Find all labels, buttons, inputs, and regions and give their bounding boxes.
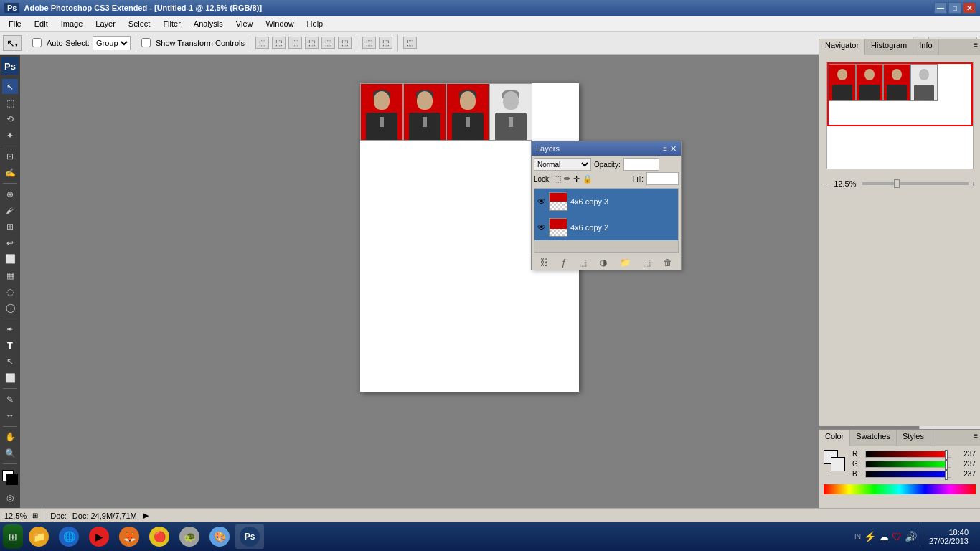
stamp-tool[interactable]: ⊞ xyxy=(2,220,18,235)
minimize-button[interactable]: — xyxy=(934,2,947,14)
menu-window[interactable]: Window xyxy=(260,18,299,29)
delete-layer-btn[interactable]: 🗑 xyxy=(664,258,672,268)
align-center-v-btn[interactable]: ⬚ xyxy=(272,37,286,49)
tab-color[interactable]: Color xyxy=(819,430,850,446)
layer-item-copy2[interactable]: 👁 4x6 copy 2 xyxy=(534,215,678,240)
g-channel-bar[interactable] xyxy=(865,461,951,468)
history-brush-tool[interactable]: ↩ xyxy=(2,235,18,250)
measure-tool[interactable]: ↔ xyxy=(2,408,18,423)
autoselect-dropdown[interactable]: Group Layer xyxy=(93,36,131,50)
taskbar-paint[interactable]: 🎨 xyxy=(205,524,234,549)
close-button[interactable]: ✕ xyxy=(963,2,976,14)
zoom-tool[interactable]: 🔍 xyxy=(2,446,18,461)
start-button[interactable]: ⊞ xyxy=(3,524,23,549)
layers-close-btn[interactable]: ✕ xyxy=(670,144,677,154)
taskbar-ie[interactable]: 🌐 xyxy=(55,524,83,549)
menu-edit[interactable]: Edit xyxy=(29,18,54,29)
transform-checkbox[interactable] xyxy=(141,38,151,47)
color-spectrum-bar[interactable] xyxy=(824,484,976,494)
marquee-tool[interactable]: ⬚ xyxy=(2,95,18,111)
tray-network-icon[interactable]: ☁ xyxy=(879,531,889,542)
menu-file[interactable]: File xyxy=(3,18,27,29)
layer-mask-btn[interactable]: ⬚ xyxy=(579,258,587,268)
menu-image[interactable]: Image xyxy=(55,18,89,29)
quick-select-tool[interactable]: ✦ xyxy=(2,128,18,143)
taskbar-media[interactable]: ▶ xyxy=(85,524,113,549)
layer-item-copy3[interactable]: 👁 4x6 copy 3 xyxy=(534,189,678,215)
align-right-btn[interactable]: ⬚ xyxy=(288,37,302,49)
lock-transparent-icon[interactable]: ⬚ xyxy=(554,174,561,184)
autoselect-checkbox[interactable] xyxy=(32,38,42,47)
notes-tool[interactable]: ✎ xyxy=(2,392,18,407)
menu-filter[interactable]: Filter xyxy=(157,18,186,29)
align-middle-btn[interactable]: ⬚ xyxy=(321,37,335,49)
panel-options-btn[interactable]: ≡ xyxy=(971,39,980,55)
r-channel-slider[interactable] xyxy=(945,450,948,460)
taskbar-chrome[interactable]: 🔴 xyxy=(145,524,174,549)
zoom-in-icon[interactable]: + xyxy=(971,180,976,188)
tray-volume-icon[interactable]: 🔊 xyxy=(905,531,917,542)
lock-all-icon[interactable]: 🔒 xyxy=(583,174,593,184)
adjustment-layer-btn[interactable]: ◑ xyxy=(600,258,607,268)
lock-position-icon[interactable]: ✛ xyxy=(573,174,580,184)
taskbar-tortoisesvn[interactable]: 🐢 xyxy=(175,524,204,549)
fill-input[interactable]: 100% xyxy=(646,172,679,185)
align-bottom-btn[interactable]: ⬚ xyxy=(338,37,352,49)
background-color[interactable] xyxy=(6,474,18,485)
menu-help[interactable]: Help xyxy=(301,18,329,29)
taskbar-firefox[interactable]: 🦊 xyxy=(115,524,143,549)
crop-tool[interactable]: ⊡ xyxy=(2,149,18,164)
color-picker[interactable] xyxy=(2,470,18,485)
status-arrow-btn[interactable]: ▶ xyxy=(143,511,149,520)
tab-swatches[interactable]: Swatches xyxy=(850,430,897,446)
layers-options-btn[interactable]: ≡ xyxy=(663,145,667,153)
move-tool-btn[interactable]: ↖▾ xyxy=(3,35,22,51)
g-channel-slider[interactable] xyxy=(945,460,948,470)
link-layers-btn[interactable]: ⛓ xyxy=(540,258,549,268)
lock-image-icon[interactable]: ✏ xyxy=(564,174,570,184)
healing-tool[interactable]: ⊕ xyxy=(2,187,18,202)
type-tool[interactable]: T xyxy=(2,338,18,353)
dodge-tool[interactable]: ◯ xyxy=(2,301,18,316)
move-tool[interactable]: ↖ xyxy=(2,79,18,94)
extra-btn[interactable]: ⬚ xyxy=(403,37,417,49)
menu-view[interactable]: View xyxy=(230,18,259,29)
blend-mode-select[interactable]: Normal xyxy=(534,158,591,171)
maximize-button[interactable]: □ xyxy=(948,2,961,14)
lasso-tool[interactable]: ⟲ xyxy=(2,112,18,127)
align-top-btn[interactable]: ⬚ xyxy=(305,37,319,49)
zoom-out-icon[interactable]: − xyxy=(824,180,828,188)
tab-info[interactable]: Info xyxy=(913,39,938,55)
eraser-tool[interactable]: ⬜ xyxy=(2,252,18,267)
layer-visibility-copy2[interactable]: 👁 xyxy=(537,222,546,232)
pen-tool[interactable]: ✒ xyxy=(2,322,18,337)
layer-visibility-copy3[interactable]: 👁 xyxy=(537,197,546,207)
quick-mask-btn[interactable]: ◎ xyxy=(2,491,18,506)
color-panel-options-btn[interactable]: ≡ xyxy=(971,430,980,446)
menu-layer[interactable]: Layer xyxy=(90,18,121,29)
canvas-area[interactable] xyxy=(20,55,919,531)
hand-tool[interactable]: ✋ xyxy=(2,430,18,445)
shape-tool[interactable]: ⬜ xyxy=(2,371,18,386)
gradient-tool[interactable]: ▦ xyxy=(2,268,18,283)
tray-notify-icon[interactable]: ⚡ xyxy=(864,531,876,542)
opacity-input[interactable]: 100% xyxy=(623,158,659,171)
new-layer-btn[interactable]: ⬚ xyxy=(643,258,651,268)
status-zoom-icon[interactable]: ⊞ xyxy=(32,512,38,519)
path-tool[interactable]: ↖ xyxy=(2,354,18,369)
blur-tool[interactable]: ◌ xyxy=(2,284,18,299)
menu-analysis[interactable]: Analysis xyxy=(188,18,229,29)
tray-security-icon[interactable]: 🛡 xyxy=(892,531,902,542)
tab-styles[interactable]: Styles xyxy=(897,430,930,446)
tab-histogram[interactable]: Histogram xyxy=(865,39,913,55)
taskbar-explorer[interactable]: 📁 xyxy=(24,524,53,549)
r-channel-bar[interactable] xyxy=(865,451,951,458)
eyedropper-tool[interactable]: ✍ xyxy=(2,166,18,181)
align-left-btn[interactable]: ⬚ xyxy=(255,37,269,49)
new-group-btn[interactable]: 📁 xyxy=(620,258,631,268)
b-channel-bar[interactable] xyxy=(865,471,951,478)
b-channel-slider[interactable] xyxy=(945,470,948,480)
brush-tool[interactable]: 🖌 xyxy=(2,203,18,218)
background-swatch[interactable] xyxy=(831,457,845,471)
zoom-slider-thumb[interactable] xyxy=(894,179,900,188)
